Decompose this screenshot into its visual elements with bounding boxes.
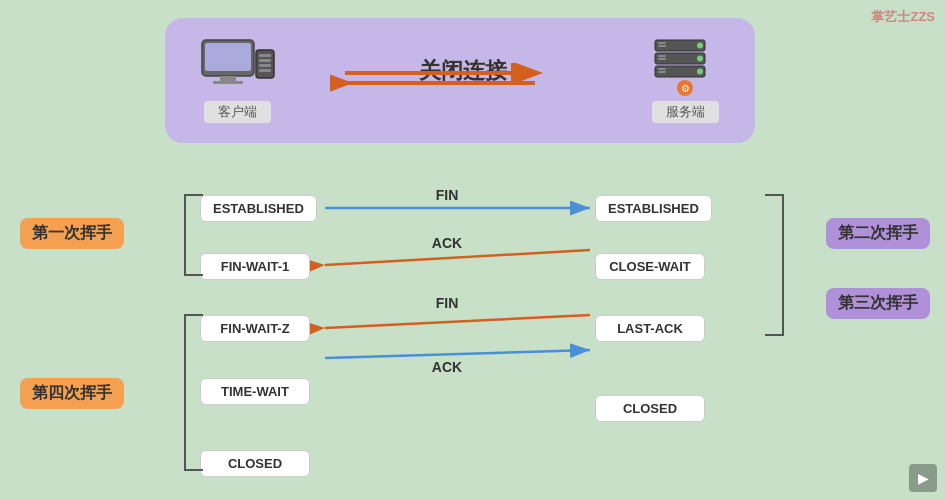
state-fin-wait-2: FIN-WAIT-Z — [200, 315, 310, 342]
svg-line-31 — [325, 250, 590, 265]
svg-rect-1 — [205, 43, 251, 71]
state-established-client: ESTABLISHED — [200, 195, 317, 222]
bracket-server-right — [763, 190, 793, 340]
svg-rect-7 — [259, 64, 271, 67]
svg-point-12 — [697, 43, 703, 49]
watermark: 掌艺士ZZS — [871, 8, 935, 26]
state-time-wait: TIME-WAIT — [200, 378, 310, 405]
svg-text:ACK: ACK — [432, 235, 462, 251]
svg-text:ACK: ACK — [432, 359, 462, 375]
svg-text:FIN: FIN — [436, 295, 459, 311]
svg-line-35 — [325, 350, 590, 358]
label-third-handshake: 第三次挥手 — [826, 288, 930, 319]
state-close-wait: CLOSE-WAIT — [595, 253, 705, 280]
state-fin-wait-1: FIN-WAIT-1 — [200, 253, 310, 280]
svg-rect-3 — [213, 81, 243, 84]
svg-rect-8 — [259, 69, 271, 72]
svg-text:⚙: ⚙ — [681, 83, 690, 94]
svg-point-16 — [697, 56, 703, 62]
state-last-ack: LAST-ACK — [595, 315, 705, 342]
label-fourth-handshake: 第四次挥手 — [20, 378, 124, 409]
label-first-handshake: 第一次挥手 — [20, 218, 124, 249]
server-section: ⚙ 服务端 — [650, 38, 720, 123]
state-closed-server: CLOSED — [595, 395, 705, 422]
svg-rect-13 — [658, 42, 666, 44]
svg-rect-5 — [259, 54, 271, 57]
svg-point-20 — [697, 69, 703, 75]
client-label: 客户端 — [204, 101, 271, 123]
svg-line-33 — [325, 315, 590, 328]
svg-rect-6 — [259, 59, 271, 62]
state-closed-client: CLOSED — [200, 450, 310, 477]
server-icon: ⚙ — [650, 38, 720, 96]
svg-rect-18 — [658, 58, 666, 60]
svg-rect-17 — [658, 55, 666, 57]
bracket-fourth — [175, 310, 205, 475]
label-second-handshake: 第二次挥手 — [826, 218, 930, 249]
svg-rect-2 — [220, 76, 236, 81]
state-established-server: ESTABLISHED — [595, 195, 712, 222]
svg-rect-22 — [658, 71, 666, 73]
play-button[interactable]: ▶ — [909, 464, 937, 492]
bracket-first — [175, 190, 205, 280]
server-label: 服务端 — [652, 101, 719, 123]
client-section: 客户端 — [200, 38, 275, 123]
connection-box: 客户端 关闭连接 — [165, 18, 755, 143]
client-icon — [200, 38, 275, 96]
double-arrow — [325, 63, 555, 93]
svg-rect-14 — [658, 45, 666, 47]
svg-rect-21 — [658, 68, 666, 70]
svg-text:FIN: FIN — [436, 187, 459, 203]
